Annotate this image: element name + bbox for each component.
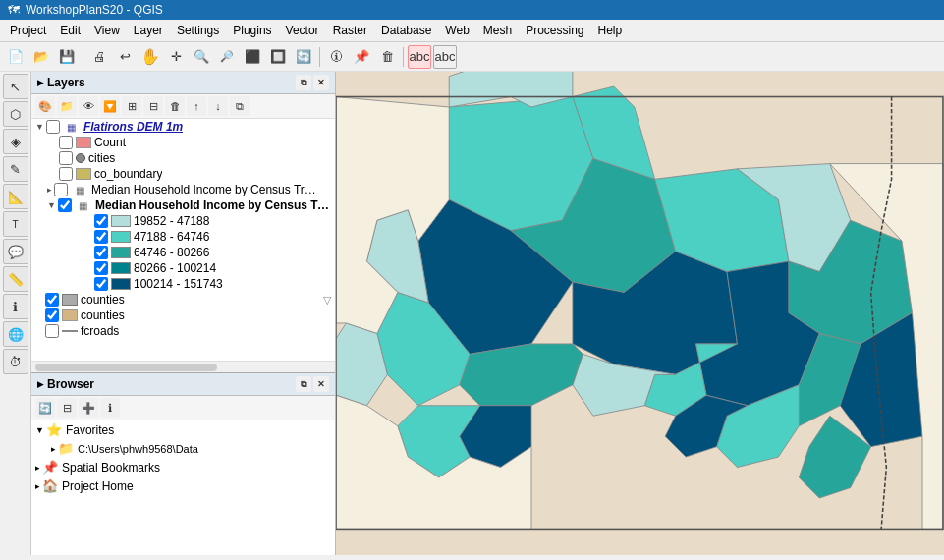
label-tool[interactable]: T: [3, 211, 28, 237]
identify-button[interactable]: 🛈: [324, 45, 348, 69]
layer-group-median-checked[interactable]: ▼ ▦ Median Household Income by Census Tr…: [31, 197, 335, 213]
swatch-coboundary: [76, 168, 91, 180]
label-range3: 64746 - 80266: [134, 246, 209, 259]
browser-close-button[interactable]: ✕: [313, 376, 329, 392]
checkbox-range2[interactable]: [94, 230, 108, 244]
open-field-calc-button[interactable]: abc: [408, 45, 431, 69]
panels-container: ▸ Layers ⧉ ✕ 🎨 📁 👁 🔽 ⊞ ⊟ 🗑 ↑ ↓ ⧉: [31, 72, 336, 555]
filter-layer-button[interactable]: 🔽: [100, 96, 120, 116]
checkbox-counties1[interactable]: [45, 293, 59, 307]
menu-raster[interactable]: Raster: [327, 22, 373, 39]
browser-info-button[interactable]: ℹ: [100, 398, 120, 418]
new-project-button[interactable]: 📄: [4, 45, 28, 69]
menu-processing[interactable]: Processing: [520, 22, 589, 39]
undo-button[interactable]: ↩: [113, 45, 137, 69]
favorites-label: Favorites: [66, 423, 114, 437]
temporal-tool[interactable]: ⏱: [3, 349, 28, 374]
hscroll-thumb[interactable]: [35, 364, 217, 371]
layer-group-median-unchecked[interactable]: ▸ ▦ Median Household Income by Census Tr…: [31, 182, 335, 197]
checkbox-median-unchecked[interactable]: [54, 183, 68, 196]
pan-map-button[interactable]: ✛: [164, 45, 188, 69]
measure-tool[interactable]: 📏: [3, 266, 28, 292]
select-tool[interactable]: ↖: [3, 74, 28, 99]
menu-plugins[interactable]: Plugins: [227, 22, 277, 39]
layer-label-cities: cities: [88, 151, 115, 165]
zoom-out-button[interactable]: 🔎: [215, 45, 239, 69]
menu-settings[interactable]: Settings: [171, 22, 225, 39]
menu-view[interactable]: View: [88, 22, 126, 39]
browser-float-button[interactable]: ⧉: [296, 376, 311, 392]
map-area[interactable]: [336, 72, 944, 555]
layers-float-button[interactable]: ⧉: [296, 75, 311, 90]
menu-help[interactable]: Help: [592, 22, 629, 39]
checkbox-coboundary[interactable]: [59, 167, 73, 181]
zoom-selection-button[interactable]: 🔲: [266, 45, 290, 69]
browser-item-favorites[interactable]: ▼ ⭐ Favorites: [31, 420, 335, 439]
layers-hscroll[interactable]: [31, 361, 335, 372]
map3d-tool[interactable]: 🌐: [3, 321, 28, 347]
identify2-tool[interactable]: ℹ: [3, 294, 28, 319]
layer-item-fcroads[interactable]: fcroads: [31, 323, 335, 339]
move-up-button[interactable]: ↑: [187, 96, 206, 116]
menu-web[interactable]: Web: [439, 22, 474, 39]
open-project-button[interactable]: 📂: [29, 45, 53, 69]
checkbox-flatirons[interactable]: [46, 120, 60, 134]
menu-vector[interactable]: Vector: [280, 22, 325, 39]
browser-refresh-button[interactable]: 🔄: [35, 398, 55, 418]
browser-item-userdata[interactable]: ▸ 📁 C:\Users\phwh9568\Data: [31, 439, 335, 458]
browser-item-bookmarks[interactable]: ▸ 📌 Spatial Bookmarks: [31, 458, 335, 476]
remove-layer-button[interactable]: 🗑: [165, 96, 185, 116]
collapse-all-button[interactable]: ⊟: [143, 96, 163, 116]
browser-collapse-button[interactable]: ⊟: [57, 398, 77, 418]
deselect-button[interactable]: 🗑: [375, 45, 399, 69]
layer-item-count[interactable]: Count: [31, 135, 335, 150]
bookmarks-label: Spatial Bookmarks: [62, 461, 160, 475]
checkbox-range1[interactable]: [94, 214, 108, 228]
checkbox-count[interactable]: [59, 136, 73, 149]
annotation-tool[interactable]: 💬: [3, 239, 28, 264]
refresh-button[interactable]: 🔄: [292, 45, 315, 69]
menu-project[interactable]: Project: [4, 22, 52, 39]
feature-tool[interactable]: ⬡: [3, 101, 28, 127]
browser-expand-arrow[interactable]: ▸: [37, 377, 43, 391]
menu-mesh[interactable]: Mesh: [477, 22, 518, 39]
label-button[interactable]: abc: [433, 45, 457, 69]
checkbox-cities[interactable]: [59, 151, 73, 165]
save-project-button[interactable]: 💾: [55, 45, 79, 69]
move-down-button[interactable]: ↓: [208, 96, 228, 116]
checkbox-fcroads[interactable]: [45, 324, 59, 338]
layer-item-counties1[interactable]: counties ▽: [31, 292, 335, 308]
layer-item-cities[interactable]: cities: [31, 150, 335, 166]
layers-header-left: ▸ Layers: [37, 76, 85, 89]
digitize-tool[interactable]: 📐: [3, 184, 28, 209]
menu-layer[interactable]: Layer: [128, 22, 169, 39]
menu-edit[interactable]: Edit: [54, 22, 86, 39]
edit-tool[interactable]: ✎: [3, 156, 28, 182]
checkbox-counties2[interactable]: [45, 308, 59, 322]
zoom-extent-button[interactable]: ⬛: [241, 45, 264, 69]
add-group-button[interactable]: 📁: [57, 96, 77, 116]
expand-all-button[interactable]: ⊞: [122, 96, 141, 116]
print-button[interactable]: 🖨: [87, 45, 111, 69]
menu-database[interactable]: Database: [375, 22, 437, 39]
duplicate-layer-button[interactable]: ⧉: [230, 96, 250, 116]
select-button[interactable]: 📌: [350, 45, 373, 69]
layer-group-flatirons[interactable]: ▼ ▦ Flatirons DEM 1m: [31, 119, 335, 135]
pan-button[interactable]: ✋: [139, 45, 162, 69]
layer-item-coboundary[interactable]: co_boundary: [31, 166, 335, 182]
zoom-in-button[interactable]: 🔍: [190, 45, 213, 69]
checkbox-median-checked[interactable]: [58, 198, 72, 212]
checkbox-range3[interactable]: [94, 246, 108, 259]
open-layer-style-button[interactable]: 🎨: [35, 96, 55, 116]
toggle-visibility-button[interactable]: 👁: [79, 96, 98, 116]
vertex-tool[interactable]: ◈: [3, 129, 28, 154]
browser-item-projecthome[interactable]: ▸ 🏠 Project Home: [31, 476, 335, 495]
legend-item-range1: 19852 - 47188: [31, 213, 335, 229]
browser-add-button[interactable]: ➕: [79, 398, 98, 418]
browser-panel: ▸ Browser ⧉ ✕ 🔄 ⊟ ➕ ℹ ▼ ⭐ Favorite: [31, 373, 335, 555]
layers-close-button[interactable]: ✕: [313, 75, 329, 90]
checkbox-range5[interactable]: [94, 277, 108, 291]
checkbox-range4[interactable]: [94, 261, 108, 275]
layers-expand-arrow[interactable]: ▸: [37, 76, 43, 89]
layer-item-counties2[interactable]: counties: [31, 308, 335, 323]
